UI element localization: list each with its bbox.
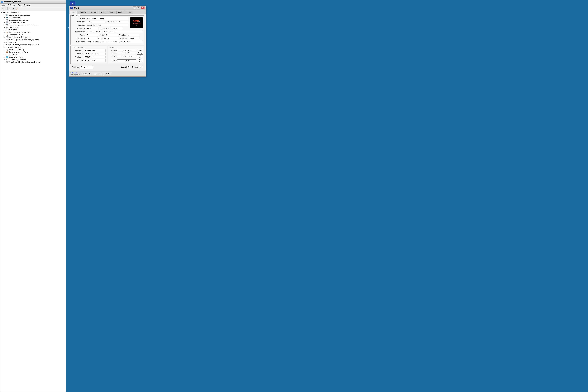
tree-item-mice[interactable]: ▶ 🖱 Мыши и иные указывающие устройства — [1, 44, 66, 46]
tab-about[interactable]: About — [125, 10, 133, 14]
multiplier-row: Multiplier x 5.25 (5.25 - 10.5) — [72, 52, 106, 55]
clocks-section: Clocks (Core #0) Core Speed 1054.83 MHz … — [70, 46, 107, 64]
forward-button[interactable]: ▶ — [4, 7, 8, 10]
level3-label: Level 3 — [109, 60, 117, 62]
tree-item-sound[interactable]: ▶ 🎮 Звуковые, игровые и видеоустройства — [1, 24, 66, 26]
menu-file[interactable]: Файл — [1, 4, 6, 6]
level3-way: 32-way — [137, 59, 143, 62]
computer-button[interactable]: 🖥 — [12, 7, 15, 10]
selection-dropdown[interactable]: Socket #1 — [80, 66, 94, 69]
tree-item-monitors[interactable]: ▶ 🖥 Мониторы — [1, 41, 66, 44]
software-icon: 📦 — [6, 51, 8, 53]
device-manager-menubar: Файл Действие Вид Справка — [0, 4, 66, 7]
l1data-label: L1 Data — [109, 50, 117, 51]
floppy-icon: 💾 — [6, 19, 8, 21]
device-tree: ▾ 🖥 DESKTOP-6S3KUP2 ▶ 🔊 Аудиовходы и ауд… — [0, 11, 66, 392]
validate-button[interactable]: Validate — [92, 72, 102, 75]
threads-label: Threads — [132, 66, 138, 68]
selection-label: Selection — [72, 66, 78, 68]
menu-help[interactable]: Справка — [23, 4, 31, 6]
tech-label: Technology — [72, 28, 86, 30]
l1inst-label: L1 Inst. — [109, 52, 117, 54]
processor-icon: ⚙ — [6, 54, 8, 56]
cpuz-title: CPU-Z — [74, 7, 133, 9]
tree-item-audio[interactable]: ▶ 🔊 Аудиовходы и аудиовыходы — [1, 14, 66, 16]
revision-value: DR-B3 — [128, 37, 140, 40]
cores-threads: Cores 3 Threads 3 — [121, 66, 143, 68]
selection-row: Selection Socket #1 Cores 3 Threads 3 — [70, 65, 144, 69]
l1data-way: 2-way — [137, 49, 143, 51]
tab-mainboard[interactable]: Mainboard — [77, 10, 89, 14]
cpuz-bottom-sections: Clocks (Core #0) Core Speed 1054.83 MHz … — [70, 46, 144, 64]
menu-action[interactable]: Действие — [8, 4, 16, 6]
minimize-button[interactable]: — — [133, 6, 136, 9]
instructions-value: MMX(+), 3DNow!(+), SSE, SSE2, SSE3, SSE4… — [86, 40, 143, 43]
model-value: 2 — [105, 34, 118, 36]
tools-dropdown-arrow[interactable]: ▼ — [88, 72, 91, 75]
l1inst-row: L1 Inst. 3 x 64 KBytes 2-way — [109, 52, 143, 54]
audio-icon: 🔊 — [6, 14, 8, 16]
tree-item-keyboard[interactable]: ▶ ⌨ Клавиатуры — [1, 26, 66, 29]
help-button[interactable]: ? — [8, 7, 11, 10]
clocks-title: Clocks (Core #0) — [72, 47, 106, 48]
level3-row: Level 3 2 MBytes 32-way — [109, 59, 143, 62]
menu-view[interactable]: Вид — [18, 4, 22, 6]
processor-section: Processor Name AMD Phenom X3 8450 Code N… — [70, 16, 144, 45]
htlink-row: HT Link 1004.60 MHz — [72, 59, 106, 62]
level2-row: Level 2 3 x 512 KBytes 16-way — [109, 54, 143, 58]
package-label: Package — [72, 24, 86, 26]
busspeed-row: Bus Speed 200.92 MHz — [72, 56, 106, 58]
monitor-icon: 🖥 — [6, 41, 8, 43]
htlink-label: HT Link — [72, 60, 84, 62]
maximize-button[interactable]: □ — [137, 6, 140, 9]
tab-graphics[interactable]: Graphics — [106, 10, 116, 14]
package-row: Package Socket AM2+ (940) — [72, 24, 128, 26]
busspeed-label: Bus Speed — [72, 56, 84, 58]
cpuz-title-icon: ⚡ — [70, 6, 73, 9]
tree-item-ports[interactable]: ▶ 🔌 Порты (COM и LPT) — [1, 48, 66, 51]
spec-row: Specification AMD Phenom™ 8450 Triple-Co… — [72, 30, 143, 33]
tree-item-floppy-ctrl[interactable]: ▶ 💾 Контроллеры гибких дисков — [1, 36, 66, 38]
package-value: Socket AM2+ (940) — [86, 24, 128, 26]
l1data-value: 3 x 64 KBytes — [117, 49, 136, 51]
brand-name: CPU-Z — [70, 72, 80, 74]
cpuz-window: ⚡ CPU-Z — □ ✕ CPU Mainboard Memory SPD G… — [69, 6, 146, 77]
cores-value: 3 — [126, 66, 130, 68]
tree-item-disk[interactable]: ▶ 💾 Дисковые устройства — [1, 21, 66, 24]
tree-item-storage[interactable]: ▶ 🗄 Контроллеры запоминающих устройств — [1, 38, 66, 41]
revision-label: Revision — [119, 38, 128, 39]
tab-memory[interactable]: Memory — [89, 10, 98, 14]
tools-button[interactable]: Tools — [82, 72, 88, 75]
keyboard-icon: ⌨ — [6, 26, 8, 28]
tree-item-software[interactable]: ▶ 📦 Программные устройства — [1, 51, 66, 54]
close-button[interactable]: ✕ — [141, 6, 144, 9]
tree-item-hid[interactable]: ▶ 🎮 Устройства HID (Human Interface Devi… — [1, 61, 66, 63]
tree-item-ide[interactable]: ▶ 📋 Контроллеры IDE ATA/ATAPI — [1, 31, 66, 34]
maxtdp-label: Max TDP — [105, 21, 115, 23]
family-label: Family — [72, 34, 86, 36]
brand-version: Ver. 2.01.0.x64 — [70, 74, 80, 76]
tab-cpu[interactable]: CPU — [70, 10, 77, 14]
computer-icon2: 🖥 — [6, 29, 8, 31]
tree-item-usb[interactable]: ▶ 🔌 Контроллеры USB — [1, 34, 66, 36]
corespeed-value: 1054.83 MHz — [84, 49, 106, 52]
cores-item: Cores 3 — [121, 66, 130, 68]
tab-bench[interactable]: Bench — [116, 10, 125, 14]
l1data-row: L1 Data 3 x 64 KBytes 2-way — [109, 49, 143, 51]
tree-item-network[interactable]: ▶ 🌐 Сетевые адаптеры — [1, 56, 66, 58]
multiplier-label: Multiplier — [72, 53, 84, 55]
threads-item: Threads 3 — [132, 66, 143, 68]
device-manager-icon: 🖥 — [1, 1, 3, 3]
tree-item-computer[interactable]: ▶ 🖥 Компьютер — [1, 29, 66, 31]
tree-item-system[interactable]: ▶ ⚙ Системные устройства — [1, 58, 66, 61]
back-button[interactable]: ◀ — [1, 7, 4, 10]
tree-item-print[interactable]: ▶ 🖨 Очереди печати — [1, 46, 66, 48]
properties-button[interactable]: 📋 — [15, 7, 18, 10]
tree-item-processors[interactable]: ▶ ⚙ Процессоры — [1, 54, 66, 56]
tree-item-video[interactable]: ▶ 📺 Видеоадаптеры — [1, 16, 66, 19]
close-footer-button[interactable]: Close — [103, 72, 111, 75]
disk-icon: 💾 — [6, 22, 8, 24]
computer-root[interactable]: ▾ 🖥 DESKTOP-6S3KUP2 — [1, 11, 66, 14]
tab-spd[interactable]: SPD — [99, 10, 106, 14]
tree-item-floppy[interactable]: ▶ 💾 Дисководы гибких дисков — [1, 19, 66, 21]
